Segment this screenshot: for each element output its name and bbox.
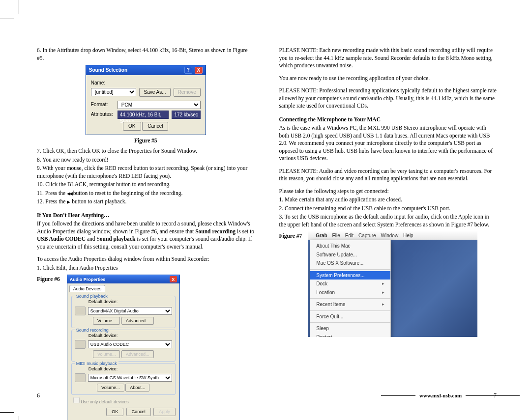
footer-url: www.mxl-usb.com	[381, 392, 520, 399]
mac-p1: As is the case with a Windows PC, the MX…	[279, 124, 497, 163]
close-icon[interactable]: X	[170, 276, 177, 282]
mic-icon	[75, 340, 86, 349]
troubleshoot-p1: If you followed the directions and have …	[37, 220, 255, 251]
page-number-left: 6	[37, 392, 40, 399]
recording-device-select[interactable]: USB Audio CODEC	[88, 340, 172, 348]
remove-button: Remove	[174, 88, 201, 97]
attributes-label: Attributes:	[91, 111, 115, 118]
group-midi-playback: MIDI music playback Default device: Micr…	[71, 363, 176, 395]
step-8: 8. You are now ready to record!	[37, 156, 255, 164]
ok-button[interactable]: OK	[123, 122, 141, 131]
menubar-capture[interactable]: Capture	[358, 232, 376, 239]
rewind-icon	[67, 190, 72, 196]
figure-7-caption: Figure #7	[279, 231, 302, 240]
tab-audio-devices[interactable]: Audio Devices	[69, 285, 106, 292]
troubleshoot-heading: If You Don't Hear Anything…	[37, 212, 255, 220]
figure-6-caption: Figure #6	[37, 275, 60, 283]
menu-system-preferences[interactable]: System Preferences...	[310, 271, 390, 280]
cancel-button[interactable]: Cancel	[142, 122, 168, 131]
menubar-grab[interactable]: Grab	[316, 232, 327, 239]
volume-button: Volume...	[93, 350, 120, 358]
fig5-title-text: Sound Selection	[89, 67, 127, 74]
volume-button[interactable]: Volume...	[97, 384, 124, 392]
help-icon[interactable]: ?	[184, 67, 192, 74]
figure-5-dialog: Sound Selection ? X Name: [untitled] Sav…	[86, 65, 206, 135]
troubleshoot-p2: To access the Audio Properties dialog wi…	[37, 255, 255, 263]
menu-sleep[interactable]: Sleep	[310, 324, 390, 333]
step-12: 12. Press the button to start playback.	[37, 198, 255, 206]
menu-dock[interactable]: Dock	[310, 280, 390, 288]
step-7: 7. Click OK, then Click OK to close the …	[37, 147, 255, 155]
step-9: 9. With your mouse, click the RED record…	[37, 165, 255, 180]
mac-step2: 2. Connect the remaining end of the USB …	[279, 205, 497, 213]
save-as-button[interactable]: Save As...	[139, 88, 170, 97]
ready-text: You are now ready to use the recording a…	[279, 75, 497, 83]
mac-menubar: Grab File Edit Capture Window Help	[308, 231, 477, 240]
advanced-button[interactable]: Advanced...	[121, 317, 154, 325]
menu-about[interactable]: About This Mac	[310, 242, 390, 251]
fig5-titlebar: Sound Selection ? X	[86, 65, 206, 75]
name-select[interactable]: [untitled]	[91, 88, 137, 96]
about-button[interactable]: About...	[125, 384, 149, 392]
mac-step3: 3. To set the USB microphone as the defa…	[279, 213, 497, 228]
figure-5-caption: Figure #5	[37, 137, 255, 145]
group-sound-recording: Sound recording Default device: USB Audi…	[71, 330, 176, 362]
ok-button[interactable]: OK	[106, 408, 123, 416]
menubar-help[interactable]: Help	[403, 232, 413, 239]
mac-step1: 1. Make certain that any audio applicati…	[279, 196, 497, 204]
menu-restart[interactable]: Restart...	[310, 333, 390, 337]
menu-location[interactable]: Location	[310, 288, 390, 297]
menubar-file[interactable]: File	[332, 232, 340, 239]
menu-recent[interactable]: Recent Items	[310, 300, 390, 309]
format-select[interactable]: PCM	[118, 101, 201, 109]
default-devices-checkbox[interactable]: Use only default devices	[73, 397, 176, 405]
speaker-icon	[75, 307, 86, 315]
figure-7-screenshot: Grab File Edit Capture Window Help About…	[308, 231, 477, 337]
format-label: Format:	[91, 101, 115, 108]
menubar-edit[interactable]: Edit	[345, 232, 354, 239]
note-2: PLEASE NOTE: Professional recording appl…	[279, 87, 497, 110]
menubar-window[interactable]: Window	[381, 232, 399, 239]
midi-icon	[75, 373, 86, 382]
attributes-value[interactable]: 44.100 kHz, 16 Bit, Stereo	[118, 111, 169, 119]
mac-note: PLEASE NOTE: Audio and video recording c…	[279, 168, 497, 183]
volume-button[interactable]: Volume...	[93, 317, 120, 325]
mac-heading: Connecting the Microphone to Your MAC	[279, 116, 497, 124]
menu-force-quit[interactable]: Force Quit...	[310, 312, 390, 321]
fig6-titlebar: Audio Properties X	[67, 275, 179, 283]
troubleshoot-step1: 1. Click Edit, then Audio Properties	[37, 264, 255, 272]
name-label: Name:	[91, 80, 115, 86]
attributes-rate: 172 kb/sec	[172, 111, 200, 119]
menu-update[interactable]: Software Update...	[310, 251, 390, 259]
right-page: PLEASE NOTE: Each new recording made wit…	[279, 47, 497, 420]
apply-button: Apply	[153, 408, 176, 416]
close-icon[interactable]: X	[195, 67, 203, 74]
step-11: 11. Press the button to reset to the beg…	[37, 190, 255, 197]
midi-device-select[interactable]: Microsoft GS Wavetable SW Synth	[88, 374, 172, 382]
cancel-button[interactable]: Cancel	[126, 408, 151, 416]
figure-6-dialog: Audio Properties X Audio Devices Sound p…	[67, 275, 180, 420]
step-6: 6. In the Attributes drop down Window, s…	[37, 47, 255, 62]
mac-steps-intro: Please take the following steps to get c…	[279, 188, 497, 196]
left-page: 6. In the Attributes drop down Window, s…	[37, 47, 255, 420]
apple-menu: About This Mac Software Update... Mac OS…	[310, 240, 391, 337]
advanced-button: Advanced...	[121, 350, 154, 358]
step-10: 10. Click the BLACK, rectangular button …	[37, 181, 255, 189]
playback-device-select[interactable]: SoundMAX Digital Audio	[88, 307, 172, 315]
menu-osx[interactable]: Mac OS X Software...	[310, 259, 390, 268]
note-1: PLEASE NOTE: Each new recording made wit…	[279, 47, 497, 70]
group-sound-playback: Sound playback Default device: SoundMAX …	[71, 296, 176, 328]
